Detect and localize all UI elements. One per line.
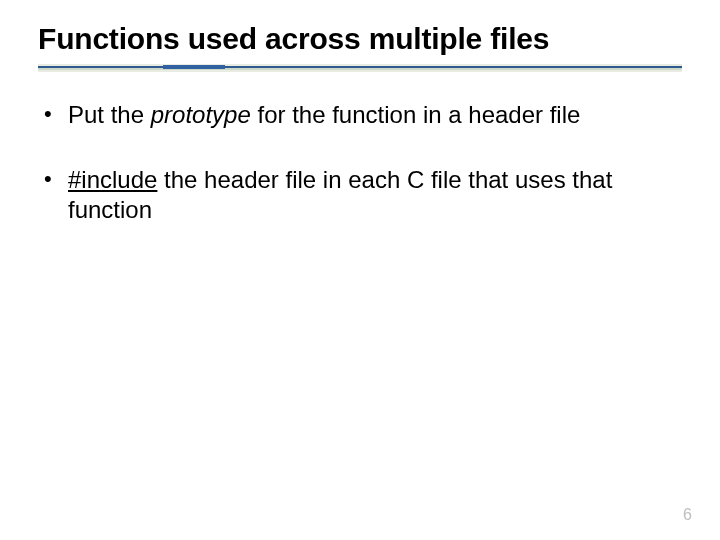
bullet-emphasis: #include (68, 166, 157, 193)
bullet-pre: Put the (68, 101, 151, 128)
bullet-list: Put the prototype for the function in a … (38, 100, 682, 226)
slide-title: Functions used across multiple files (38, 22, 682, 56)
title-rule (38, 66, 682, 76)
bullet-item: Put the prototype for the function in a … (68, 100, 682, 131)
rule-short (163, 65, 225, 69)
page-number: 6 (683, 506, 692, 524)
slide-body: Put the prototype for the function in a … (38, 100, 682, 226)
bullet-emphasis: prototype (151, 101, 251, 128)
bullet-post: for the function in a header file (251, 101, 581, 128)
slide: Functions used across multiple files Put… (0, 0, 720, 540)
bullet-item: #include the header file in each C file … (68, 165, 682, 226)
rule-long (38, 66, 682, 68)
